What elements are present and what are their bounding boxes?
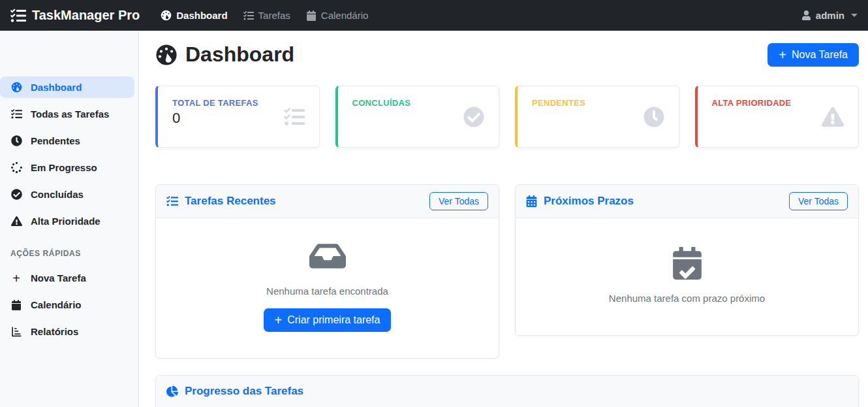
speedometer-icon <box>161 10 172 21</box>
stat-card-total: TOTAL DE TAREFAS 0 <box>155 86 320 148</box>
nav-link-dashboard[interactable]: Dashboard <box>154 5 234 26</box>
recent-tasks-card: Tarefas Recentes Ver Todas Nenhuma taref… <box>155 184 499 359</box>
stats-row: TOTAL DE TAREFAS 0 CONCLUÍDAS PENDENTES <box>155 86 859 148</box>
user-menu[interactable]: admin <box>801 10 858 21</box>
clock-icon <box>643 106 664 127</box>
sidebar-action-calendario[interactable]: Calendário <box>0 294 134 316</box>
stat-card-concluidas: CONCLUÍDAS <box>335 86 500 148</box>
speedometer-icon <box>10 82 22 93</box>
page-header: Dashboard + Nova Tarefa <box>155 42 859 67</box>
sidebar: Dashboard Todas as Tarefas Pendentes Em … <box>0 31 139 407</box>
exclamation-triangle-icon <box>10 216 22 227</box>
plus-icon: + <box>779 50 786 59</box>
calendar-icon <box>10 300 22 310</box>
upcoming-deadlines-empty-text: Nenhuma tarefa com prazo próximo <box>526 293 848 304</box>
create-first-task-button[interactable]: + Criar primeira tarefa <box>264 308 392 332</box>
new-task-button[interactable]: + Nova Tarefa <box>767 43 859 67</box>
top-navbar: TaskManager Pro Dashboard Tarefas Calend… <box>0 0 868 31</box>
sidebar-item-label: Nova Tarefa <box>31 272 86 284</box>
exclamation-triangle-icon <box>822 106 844 127</box>
upcoming-deadlines-header: Próximos Prazos Ver Todas <box>516 185 858 218</box>
nav-link-label: Dashboard <box>176 10 227 21</box>
progress-card-header: Progresso das Tarefas <box>156 376 858 407</box>
cards-row: Tarefas Recentes Ver Todas Nenhuma taref… <box>155 184 859 359</box>
spinner-icon <box>10 162 22 173</box>
navbar-links: Dashboard Tarefas Calendário <box>154 5 375 26</box>
chevron-down-icon <box>851 14 858 17</box>
user-label: admin <box>816 10 845 21</box>
page-title: Dashboard <box>155 42 294 67</box>
sidebar-item-label: Relatórios <box>31 326 78 337</box>
clock-icon <box>10 135 22 146</box>
sidebar-item-label: Calendário <box>31 299 82 310</box>
calendar-check-icon <box>673 247 702 280</box>
speedometer-icon <box>155 44 178 66</box>
calendar-icon <box>526 195 537 207</box>
sidebar-item-pendentes[interactable]: Pendentes <box>0 130 134 152</box>
upcoming-deadlines-title: Próximos Prazos <box>526 195 634 208</box>
list-check-icon <box>10 108 22 120</box>
stat-card-pendentes: PENDENTES <box>515 86 679 148</box>
sidebar-item-label: Todas as Tarefas <box>31 108 109 120</box>
progress-card-title-label: Progresso das Tarefas <box>185 385 303 398</box>
upcoming-deadlines-card: Próximos Prazos Ver Todas Nenhuma tarefa… <box>515 184 859 336</box>
progress-card: Progresso das Tarefas <box>155 375 859 407</box>
sidebar-action-nova-tarefa[interactable]: + Nova Tarefa <box>0 267 134 289</box>
plus-icon: + <box>10 274 22 283</box>
pie-chart-icon <box>166 385 178 397</box>
chart-bar-icon <box>10 326 22 337</box>
nav-link-tarefas[interactable]: Tarefas <box>237 5 297 26</box>
recent-tasks-title-label: Tarefas Recentes <box>185 195 276 208</box>
stat-card-alta-prioridade: ALTA PRIORIDADE <box>695 86 860 148</box>
new-task-button-label: Nova Tarefa <box>792 49 848 61</box>
recent-tasks-title: Tarefas Recentes <box>166 195 276 208</box>
brand[interactable]: TaskManager Pro <box>10 8 140 24</box>
recent-tasks-empty-state: Nenhuma tarefa encontrada + Criar primei… <box>156 218 499 358</box>
sidebar-item-concluidas[interactable]: Concluídas <box>0 184 134 205</box>
brand-label: TaskManager Pro <box>32 8 140 23</box>
sidebar-item-todas-as-tarefas[interactable]: Todas as Tarefas <box>0 103 134 125</box>
page-title-label: Dashboard <box>185 42 294 67</box>
create-first-task-label: Criar primeira tarefa <box>287 314 380 326</box>
inbox-icon <box>309 240 346 272</box>
sidebar-action-relatorios[interactable]: Relatórios <box>0 321 134 342</box>
sidebar-item-label: Em Progresso <box>31 162 97 173</box>
nav-link-calendario[interactable]: Calendário <box>300 5 375 26</box>
sidebar-item-label: Pendentes <box>31 135 80 146</box>
recent-tasks-empty-text: Nenhuma tarefa encontrada <box>166 285 488 297</box>
sidebar-item-label: Alta Prioridade <box>31 216 101 227</box>
upcoming-deadlines-empty-state: Nenhuma tarefa com prazo próximo <box>516 218 858 335</box>
list-check-icon <box>284 106 305 127</box>
upcoming-deadlines-title-label: Próximos Prazos <box>544 195 634 208</box>
calendar-icon <box>306 10 317 21</box>
nav-link-label: Tarefas <box>258 10 290 21</box>
sidebar-item-alta-prioridade[interactable]: Alta Prioridade <box>0 210 134 232</box>
list-check-icon <box>10 8 26 24</box>
quick-actions-heading: AÇÕES RÁPIDAS <box>0 249 138 258</box>
recent-tasks-header: Tarefas Recentes Ver Todas <box>156 185 499 218</box>
main-content: Dashboard + Nova Tarefa TOTAL DE TAREFAS… <box>139 31 868 407</box>
user-icon <box>801 10 811 20</box>
list-check-icon <box>166 195 178 207</box>
sidebar-item-label: Dashboard <box>31 82 82 93</box>
sidebar-item-em-progresso[interactable]: Em Progresso <box>0 157 134 178</box>
check-circle-icon <box>463 106 484 127</box>
sidebar-item-label: Concluídas <box>31 189 84 200</box>
check-circle-icon <box>10 189 22 200</box>
progress-card-title: Progresso das Tarefas <box>166 385 303 398</box>
deadlines-view-all-button[interactable]: Ver Todas <box>789 192 848 210</box>
plus-icon: + <box>275 316 283 325</box>
nav-link-label: Calendário <box>321 10 369 21</box>
list-check-icon <box>243 10 254 21</box>
recent-view-all-button[interactable]: Ver Todas <box>429 192 488 210</box>
sidebar-item-dashboard[interactable]: Dashboard <box>0 76 134 98</box>
